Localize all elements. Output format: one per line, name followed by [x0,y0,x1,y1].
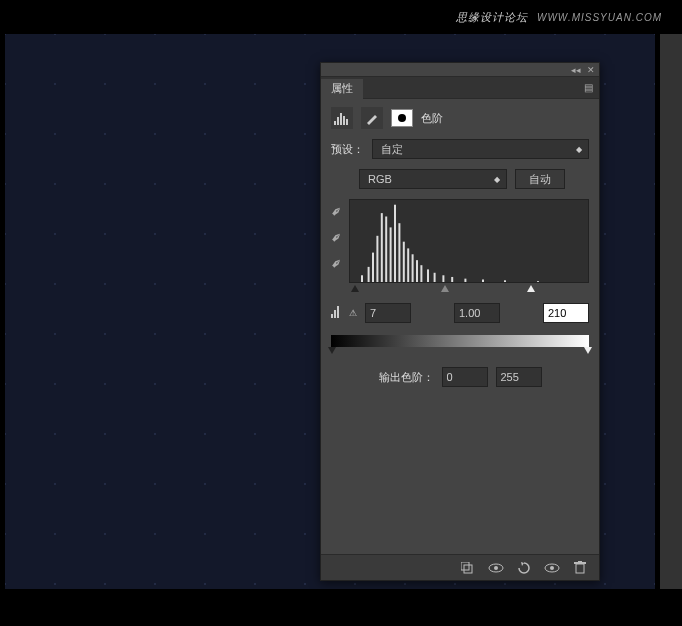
svg-rect-10 [385,216,387,282]
svg-rect-20 [434,273,436,282]
clip-to-layer-icon[interactable] [457,559,479,577]
panel-footer [321,554,599,580]
watermark: 思缘设计论坛 WWW.MISSYUAN.COM [456,10,662,25]
svg-rect-9 [381,213,383,282]
preset-row: 预设： 自定 ◆ [331,139,589,159]
svg-rect-28 [334,310,336,318]
brush-icon[interactable] [361,107,383,129]
preset-label: 预设： [331,142,364,157]
histogram-chart[interactable] [349,199,589,283]
svg-rect-27 [331,314,333,318]
svg-rect-36 [576,564,584,573]
svg-rect-31 [461,562,469,570]
output-white-slider[interactable] [584,347,592,354]
svg-rect-26 [537,281,539,282]
watermark-text: 思缘设计论坛 [456,11,528,23]
output-levels-row: 输出色阶： [331,367,589,387]
levels-icon[interactable] [331,107,353,129]
highlight-slider[interactable] [527,285,535,292]
collapse-icon[interactable]: ◂◂ [571,65,581,75]
shadow-input[interactable] [365,303,411,323]
histogram-section: ✒ ✒ ✒ [331,199,589,293]
svg-rect-38 [578,561,582,562]
adjustment-type-row: 色阶 [331,107,589,129]
panel-menu-icon[interactable]: ▤ [578,82,599,93]
output-black-input[interactable] [442,367,488,387]
close-icon[interactable]: ✕ [587,65,595,75]
chevron-down-icon: ◆ [576,145,582,154]
svg-rect-8 [376,236,378,282]
svg-rect-37 [574,562,586,564]
highlight-input[interactable] [543,303,589,323]
clip-warning-icon[interactable]: ⚠ [331,306,357,320]
panel-tab-bar: 属性 ▤ [321,77,599,99]
adjustment-type-label: 色阶 [421,111,443,126]
svg-rect-1 [337,117,339,125]
svg-rect-14 [403,242,405,282]
svg-rect-24 [482,279,484,282]
svg-rect-6 [368,267,370,282]
svg-rect-30 [464,565,472,573]
mask-icon[interactable] [391,109,413,127]
reset-icon[interactable] [513,559,535,577]
svg-rect-0 [334,121,336,125]
svg-rect-21 [442,275,444,282]
svg-rect-13 [398,223,400,282]
eyedropper-column: ✒ ✒ ✒ [331,199,343,293]
svg-rect-12 [394,205,396,282]
trash-icon[interactable] [569,559,591,577]
input-slider-track[interactable] [349,283,589,293]
output-label: 输出色阶： [379,370,434,385]
svg-rect-16 [412,254,414,282]
view-previous-icon[interactable] [485,559,507,577]
properties-panel: ◂◂ ✕ 属性 ▤ 色阶 预设： 自定 ◆ RGB ◆ [320,62,600,581]
svg-rect-22 [451,277,453,282]
svg-rect-15 [407,248,409,282]
output-white-input[interactable] [496,367,542,387]
chevron-down-icon: ◆ [494,175,500,184]
input-levels-row: ⚠ [331,303,589,323]
tab-properties[interactable]: 属性 [321,79,363,99]
midtone-slider[interactable] [441,285,449,292]
svg-rect-19 [427,269,429,282]
eyedropper-white-icon[interactable]: ✒ [327,253,347,273]
svg-rect-25 [504,280,506,282]
preset-select[interactable]: 自定 ◆ [372,139,589,159]
svg-rect-29 [337,306,339,318]
channel-value: RGB [368,173,392,185]
svg-point-35 [550,566,554,570]
svg-rect-11 [390,227,392,282]
eyedropper-gray-icon[interactable]: ✒ [327,227,347,247]
output-gradient[interactable] [331,335,589,347]
auto-button[interactable]: 自动 [515,169,565,189]
svg-rect-4 [346,119,348,125]
panel-body: 色阶 预设： 自定 ◆ RGB ◆ 自动 ✒ ✒ ✒ [321,99,599,554]
svg-rect-2 [340,113,342,125]
watermark-url: WWW.MISSYUAN.COM [537,12,662,23]
eyedropper-black-icon[interactable]: ✒ [327,201,347,221]
svg-rect-23 [464,279,466,282]
visibility-icon[interactable] [541,559,563,577]
right-panel-strip [660,34,682,589]
midtone-input[interactable] [454,303,500,323]
svg-rect-7 [372,253,374,282]
svg-rect-18 [420,265,422,282]
histogram-wrap [349,199,589,293]
output-gradient-wrap [331,333,589,347]
output-black-slider[interactable] [328,347,336,354]
channel-row: RGB ◆ 自动 [331,169,589,189]
channel-select[interactable]: RGB ◆ [359,169,507,189]
panel-header: ◂◂ ✕ [321,63,599,77]
svg-point-33 [494,566,498,570]
svg-rect-3 [343,116,345,125]
svg-rect-17 [416,260,418,282]
preset-value: 自定 [381,142,403,157]
svg-rect-5 [361,275,363,282]
shadow-slider[interactable] [351,285,359,292]
